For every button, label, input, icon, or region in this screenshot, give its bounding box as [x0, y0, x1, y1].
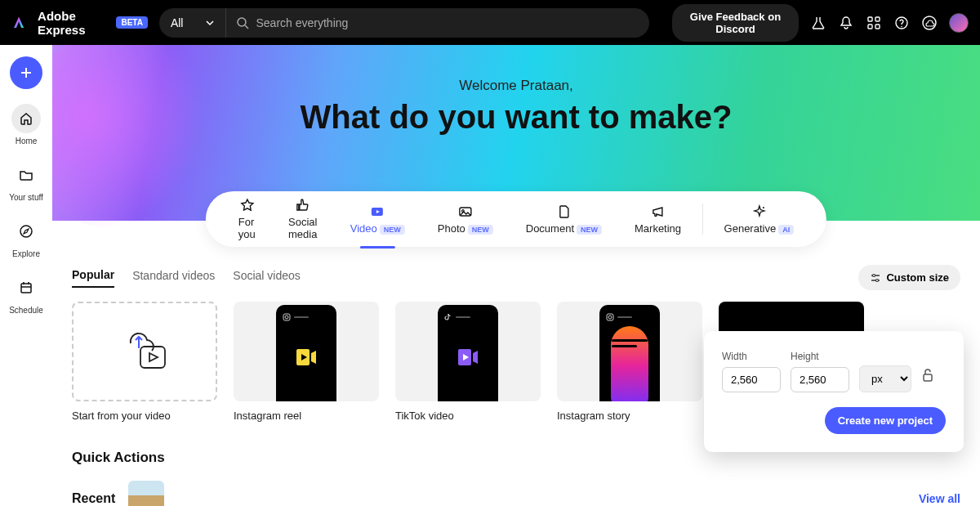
cat-document[interactable]: DocumentNEW [510, 204, 618, 235]
subtabs: Popular Standard videos Social videos Cu… [72, 265, 960, 290]
sidebar-item-yourstuff[interactable]: Your stuff [9, 160, 43, 202]
beta-badge: BETA [116, 16, 147, 29]
ai-badge: AI [778, 225, 794, 235]
star-icon [239, 198, 254, 213]
svg-point-27 [285, 316, 288, 319]
tpl-start-from-video[interactable]: Start from your video [72, 302, 217, 422]
create-project-button[interactable]: Create new project [825, 407, 946, 434]
view-all-link[interactable]: View all [919, 492, 960, 505]
search-bar: All [159, 8, 649, 38]
hero-title: What do you want to make? [301, 99, 733, 136]
tpl-instagram-reel[interactable]: Instagram reel [234, 302, 379, 422]
apps-icon[interactable] [866, 15, 882, 31]
sidebar-item-schedule[interactable]: Schedule [9, 273, 43, 315]
megaphone-icon [651, 204, 666, 219]
topbar: Adobe Express BETA All Give Feedback on … [0, 0, 980, 45]
labs-icon[interactable] [810, 15, 826, 31]
search-input[interactable] [256, 16, 639, 29]
width-input[interactable] [722, 367, 781, 392]
welcome-text: Welcome Prataan, [459, 78, 573, 94]
svg-point-21 [873, 274, 875, 276]
tpl-instagram-story[interactable]: Instagram story [557, 302, 702, 422]
quick-actions-header: Quick Actions [72, 450, 960, 466]
cat-video[interactable]: VideoNEW [334, 204, 421, 235]
new-badge: NEW [577, 225, 602, 235]
cat-label: Photo [438, 222, 466, 235]
avatar[interactable] [949, 13, 969, 33]
svg-point-11 [20, 226, 32, 237]
cat-marketing[interactable]: Marketing [618, 204, 697, 235]
bell-icon[interactable] [838, 15, 854, 31]
calendar-icon [19, 280, 33, 295]
sidebar-label: Explore [12, 249, 40, 258]
search-icon [236, 16, 249, 29]
width-label: Width [722, 351, 781, 362]
search-filter-label: All [171, 16, 184, 29]
help-icon[interactable] [893, 15, 910, 31]
new-project-button[interactable] [10, 56, 42, 89]
category-bar: For you Social media VideoNEW PhotoNEW D… [206, 191, 826, 247]
chevron-down-icon [206, 19, 214, 27]
cat-label: Marketing [635, 222, 681, 235]
svg-rect-3 [875, 17, 880, 21]
height-label: Height [791, 351, 849, 362]
cloud-icon[interactable] [921, 15, 938, 31]
svg-rect-30 [607, 314, 613, 320]
feedback-button[interactable]: Give Feedback on Discord [672, 4, 799, 42]
plus-icon [19, 65, 33, 80]
height-field: Height [791, 351, 849, 392]
subtab-social[interactable]: Social videos [233, 269, 301, 287]
sparkle-icon [751, 204, 766, 219]
thumbsup-icon [296, 198, 310, 213]
svg-point-19 [762, 207, 764, 208]
new-badge: NEW [380, 225, 405, 235]
subtab-standard[interactable]: Standard videos [132, 269, 215, 287]
svg-point-31 [608, 316, 612, 319]
svg-point-7 [901, 25, 902, 27]
custom-size-label: Custom size [886, 271, 949, 284]
photo-icon [458, 204, 473, 219]
svg-rect-12 [21, 284, 31, 293]
unit-select[interactable]: px [859, 365, 911, 392]
cat-generative[interactable]: GenerativeAI [708, 204, 811, 235]
sliders-icon [870, 272, 881, 284]
tpl-label: TikTok video [395, 410, 541, 422]
folder-icon [19, 168, 33, 182]
cat-photo[interactable]: PhotoNEW [421, 204, 510, 235]
hero: Welcome Prataan, What do you want to mak… [52, 45, 980, 221]
width-field: Width [722, 351, 781, 392]
video-icon [370, 204, 385, 219]
explore-icon [19, 224, 33, 239]
custom-size-button[interactable]: Custom size [858, 265, 960, 290]
recent-row: Recent View all [72, 481, 960, 506]
brand-title: Adobe Express [38, 9, 105, 37]
lock-aspect-button[interactable] [921, 368, 934, 386]
sidebar-item-explore[interactable]: Explore [11, 217, 41, 258]
height-input[interactable] [791, 367, 849, 392]
svg-point-23 [876, 279, 879, 281]
cat-foryou[interactable]: For you [222, 198, 272, 240]
tpl-label: Instagram reel [234, 410, 379, 422]
sidebar: Home Your stuff Explore Schedule [0, 45, 52, 506]
sidebar-label: Schedule [9, 306, 43, 315]
tpl-tiktok-video[interactable]: TikTok video [395, 302, 541, 422]
main: Welcome Prataan, What do you want to mak… [52, 45, 980, 506]
svg-rect-32 [924, 374, 932, 381]
recent-thumbnail[interactable] [128, 481, 164, 506]
sidebar-item-home[interactable]: Home [11, 104, 41, 146]
unit-field: px [859, 349, 911, 392]
cat-label: Social media [288, 216, 318, 240]
svg-point-0 [238, 18, 246, 26]
search-filter[interactable]: All [159, 8, 227, 38]
document-icon [556, 204, 571, 219]
svg-line-1 [245, 25, 248, 29]
svg-rect-5 [875, 25, 880, 29]
cat-social[interactable]: Social media [272, 198, 334, 240]
cat-label: Generative [724, 222, 777, 235]
cat-label: For you [238, 216, 256, 240]
svg-rect-26 [283, 314, 290, 320]
tpl-label: Instagram story [557, 410, 702, 422]
subtab-popular[interactable]: Popular [72, 268, 114, 288]
home-icon [19, 111, 33, 126]
upload-play-icon [116, 329, 173, 374]
